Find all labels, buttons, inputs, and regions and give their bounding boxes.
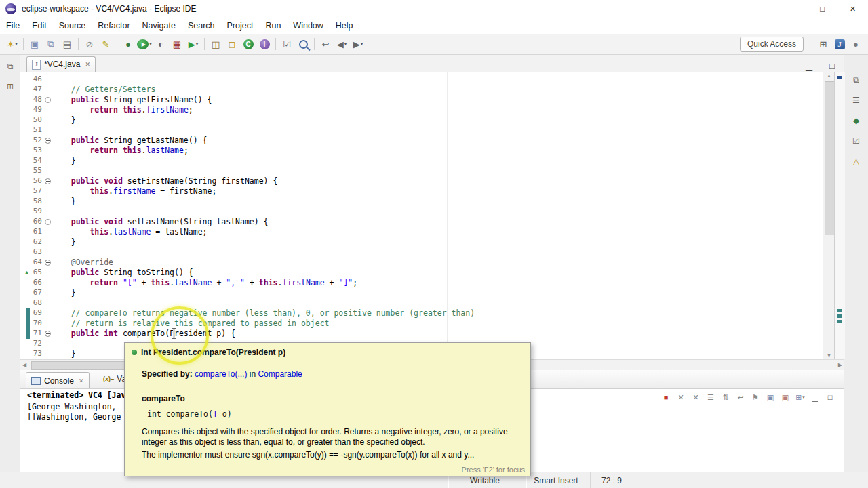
console-tab[interactable]: Console ✕ [26,372,90,388]
ant-view-icon[interactable]: ◆ [849,113,864,128]
code-line[interactable]: 69 // compareTo returns negative number … [20,308,823,319]
new-package-icon[interactable]: ◻ [224,37,239,52]
remove-launch-icon[interactable]: ✕ [674,391,688,403]
mark-occurrences-icon[interactable]: ✎ [98,37,113,52]
code-line[interactable]: 61 this.lastName = lastName; [20,227,823,237]
fold-collapse-icon[interactable] [45,331,51,337]
code-line[interactable]: 52 public String getLastName() { [20,136,823,146]
maximize-editor-icon[interactable]: □ [825,58,840,73]
menu-item-window[interactable]: Window [287,19,329,33]
code-line[interactable]: 59 [20,207,823,217]
overview-annotation-mark[interactable] [837,309,842,312]
fold-collapse-icon[interactable] [45,260,51,266]
restore-right-views-icon[interactable]: ⧉ [849,73,864,87]
scroll-left-icon[interactable]: ◀ [22,362,26,368]
maximize-window-icon[interactable]: □ [807,0,837,18]
code-line[interactable]: 66 return "[" + this.lastName + ", " + t… [20,278,823,288]
code-line[interactable]: 51 [20,125,823,136]
debug-icon[interactable]: ● [121,37,136,52]
comparable-link[interactable]: Comparable [258,369,302,379]
code-line[interactable]: 64 @Override [20,258,823,268]
outline-view-icon[interactable]: ☰ [849,93,864,108]
code-line[interactable]: 68 [20,298,823,308]
clear-console-icon[interactable]: ☰ [704,391,717,403]
overview-annotation-mark[interactable] [837,320,842,323]
new-interface-icon[interactable]: I [257,37,272,52]
task-list-view-icon[interactable]: ☑ [849,134,864,148]
overview-annotation-mark[interactable] [837,76,842,79]
new-java-project-icon[interactable]: ◫ [208,37,223,52]
code-line[interactable]: 50 } [20,115,823,125]
run-icon[interactable]: ▶▾ [137,37,152,52]
show-on-stdout-icon[interactable]: ▣ [764,391,777,403]
new-class-icon[interactable]: C [241,37,256,52]
menu-item-source[interactable]: Source [53,19,92,33]
scroll-up-icon[interactable]: ▲ [823,73,835,78]
fold-collapse-icon[interactable] [45,219,51,225]
menu-item-run[interactable]: Run [259,19,287,33]
quick-access-button[interactable]: Quick Access [740,37,804,52]
scroll-down-icon[interactable]: ▼ [823,353,835,358]
menu-item-navigate[interactable]: Navigate [136,19,182,33]
code-line[interactable]: 49 return this.firstName; [20,105,823,115]
menu-item-refactor[interactable]: Refactor [92,19,136,33]
profile-icon[interactable]: ◐ [153,37,168,52]
specified-by-link[interactable]: compareTo(...) [195,369,247,379]
terminate-icon[interactable]: ■ [659,391,673,403]
code-line[interactable]: 56 public void setFirstName(String first… [20,176,823,186]
save-all-icon[interactable]: ⧉ [43,37,58,52]
back-icon[interactable]: ◀▾ [334,37,349,52]
skip-breakpoints-icon[interactable]: ⊘ [82,37,97,52]
package-explorer-icon[interactable]: ⊞ [3,79,18,94]
close-window-icon[interactable]: ✕ [837,0,868,18]
forward-icon[interactable]: ▶▾ [351,37,366,52]
search-icon[interactable] [296,37,311,52]
coverage-icon[interactable]: ▦ [170,37,184,52]
scroll-right-icon[interactable]: ▶ [838,362,842,368]
code-line[interactable]: ▲65 public String toString() { [20,268,823,278]
remove-all-launches-icon[interactable]: ✕ [689,391,703,403]
print-icon[interactable]: ▤ [60,37,75,52]
menu-item-file[interactable]: File [0,19,26,33]
code-line[interactable]: 54 } [20,156,823,166]
menu-item-edit[interactable]: Edit [26,19,53,33]
overview-ruler[interactable] [834,72,845,359]
code-line[interactable]: 70 // return is relative this compared t… [20,319,823,329]
fold-collapse-icon[interactable] [45,178,51,184]
new-wizard-icon[interactable]: ✶▾ [5,37,20,52]
last-edit-location-icon[interactable]: ↩ [318,37,333,52]
scroll-lock-icon[interactable]: ⇅ [719,391,732,403]
open-console-icon[interactable]: ⊞▾ [793,391,807,403]
minimize-editor-icon[interactable]: ▁ [802,58,816,73]
vertical-scroll-thumb[interactable] [825,81,835,235]
show-on-stderr-icon[interactable]: ▣ [778,391,792,403]
fold-collapse-icon[interactable] [45,97,51,103]
editor-vertical-scrollbar[interactable]: ▲ ▼ [823,72,835,359]
menu-item-search[interactable]: Search [182,19,221,33]
code-line[interactable]: 47 // Getters/Setters [20,85,823,95]
code-line[interactable]: 63 [20,247,823,258]
code-line[interactable]: 53 return this.lastName; [20,146,823,156]
open-perspective-icon[interactable]: ⊞ [816,37,831,52]
code-line[interactable]: 62 } [20,237,823,247]
fold-collapse-icon[interactable] [45,138,51,144]
code-line[interactable]: 57 this.firstName = firstName; [20,186,823,197]
close-tab-icon[interactable]: ✕ [85,61,90,68]
pin-console-icon[interactable]: ⚑ [749,391,762,403]
code-line[interactable]: 58 } [20,197,823,207]
code-editor[interactable]: 4647 // Getters/Setters48 public String … [20,72,823,359]
minimize-window-icon[interactable]: ─ [776,0,807,18]
open-task-icon[interactable]: ☑ [279,37,294,52]
minimize-console-icon[interactable]: ▁ [808,391,822,403]
java-perspective-icon[interactable]: J [832,37,847,52]
debug-perspective-icon[interactable]: ● [848,37,863,52]
code-line[interactable]: 48 public String getFirstName() { [20,95,823,105]
problems-view-icon[interactable]: △ [849,154,864,169]
maximize-console-icon[interactable]: □ [823,391,837,403]
code-line[interactable]: 67 } [20,288,823,298]
overview-annotation-mark[interactable] [837,314,842,318]
code-line[interactable]: 55 [20,166,823,176]
menu-item-project[interactable]: Project [221,19,260,33]
word-wrap-icon[interactable]: ↩ [734,391,747,403]
code-line[interactable]: 46 [20,75,823,85]
